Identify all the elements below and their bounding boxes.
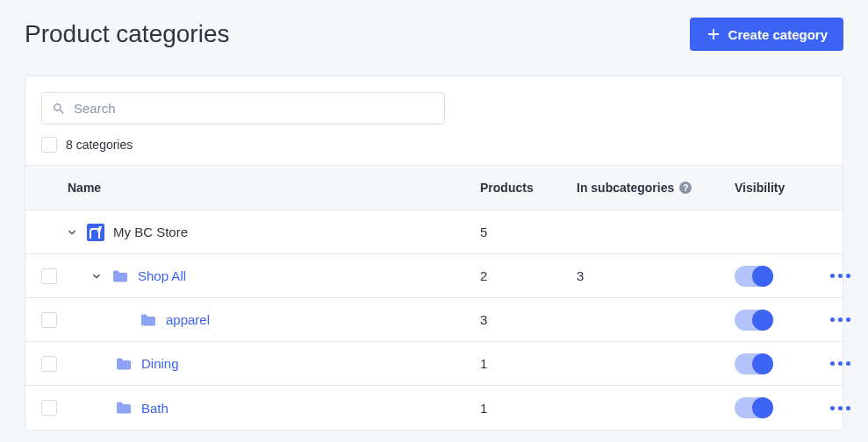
folder-icon	[115, 401, 133, 415]
store-icon	[87, 224, 104, 241]
row-products: 2	[480, 268, 577, 283]
help-icon[interactable]: ?	[679, 182, 692, 194]
row-label[interactable]: Dining	[141, 356, 179, 371]
row-checkbox[interactable]	[41, 312, 57, 328]
folder-icon	[115, 357, 133, 371]
table-header-row: Name Products In subcategories ? Visibil…	[25, 165, 843, 210]
chevron-down-icon[interactable]	[66, 226, 78, 239]
plus-icon	[706, 26, 721, 42]
visibility-toggle[interactable]	[735, 310, 773, 331]
row-label[interactable]: Shop All	[138, 268, 186, 283]
row-checkbox[interactable]	[41, 356, 57, 372]
categories-panel: 8 categories Name Products In subcategor…	[25, 75, 843, 431]
table-row: Shop All 2 3	[25, 254, 843, 298]
column-header-products: Products	[480, 181, 577, 195]
row-products: 3	[480, 312, 577, 327]
row-label[interactable]: apparel	[166, 312, 210, 327]
row-actions-menu[interactable]	[822, 317, 857, 322]
table-row: My BC Store 5	[25, 210, 843, 254]
category-count-label: 8 categories	[66, 138, 133, 152]
table-row: Bath 1	[25, 386, 843, 430]
row-actions-menu[interactable]	[822, 406, 857, 410]
visibility-toggle[interactable]	[735, 397, 773, 418]
visibility-toggle[interactable]	[735, 266, 773, 287]
row-label: My BC Store	[113, 225, 188, 239]
row-products: 1	[480, 401, 577, 416]
select-all-checkbox[interactable]	[41, 137, 57, 153]
page-title: Product categories	[25, 20, 229, 48]
row-subcategories: 3	[577, 268, 735, 283]
row-checkbox[interactable]	[41, 400, 57, 416]
folder-icon	[140, 313, 157, 327]
table-row: apparel 3	[25, 298, 843, 342]
create-category-label: Create category	[728, 27, 828, 42]
row-products: 1	[480, 356, 577, 371]
search-input[interactable]	[41, 92, 445, 125]
chevron-down-icon[interactable]	[90, 270, 103, 282]
row-products: 5	[480, 225, 577, 239]
folder-icon	[111, 269, 129, 283]
row-actions-menu[interactable]	[822, 361, 857, 366]
column-header-name: Name	[41, 181, 480, 195]
row-label[interactable]: Bath	[141, 401, 169, 416]
create-category-button[interactable]: Create category	[690, 18, 843, 51]
table-row: Dining 1	[25, 342, 843, 386]
row-checkbox[interactable]	[41, 268, 57, 284]
column-header-visibility: Visibility	[735, 181, 822, 195]
row-actions-menu[interactable]	[822, 274, 857, 278]
column-header-subcategories-label: In subcategories	[577, 181, 674, 195]
column-header-subcategories: In subcategories ?	[577, 181, 735, 195]
visibility-toggle[interactable]	[735, 353, 773, 374]
search-icon	[52, 102, 66, 116]
